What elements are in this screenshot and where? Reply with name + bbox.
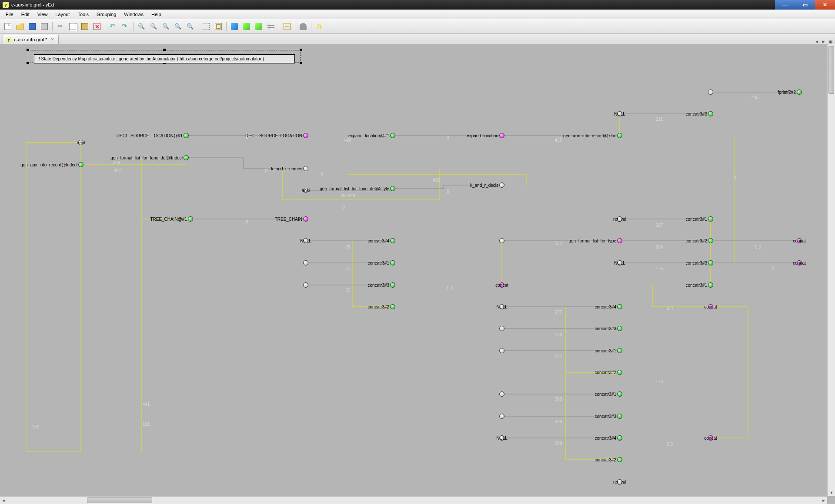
fit-content-button[interactable] [213, 21, 224, 32]
tab-prev[interactable]: ◄ [815, 39, 819, 44]
graph-node[interactable] [617, 435, 622, 441]
cut-button[interactable] [55, 21, 66, 32]
wizard-button[interactable] [314, 21, 324, 32]
graph-node[interactable] [499, 326, 504, 331]
graph-node[interactable] [390, 238, 395, 243]
db-button[interactable] [298, 21, 308, 32]
selection-handle[interactable] [300, 62, 302, 64]
graph-node[interactable] [617, 370, 622, 375]
graph-node[interactable] [390, 186, 395, 191]
graph-node[interactable] [499, 182, 504, 188]
graph-node[interactable] [184, 155, 189, 160]
print-button[interactable] [39, 21, 50, 32]
vscroll-thumb[interactable] [828, 46, 834, 94]
graph-node[interactable] [708, 90, 713, 95]
graph-node[interactable] [708, 111, 713, 116]
menu-layout[interactable]: Layout [51, 10, 73, 18]
graph-node[interactable] [188, 216, 193, 222]
graph-node[interactable] [303, 166, 308, 171]
window-close[interactable]: ✕ [815, 0, 835, 10]
menu-file[interactable]: File [2, 10, 17, 18]
ortho-button[interactable] [282, 21, 292, 32]
graph-node[interactable] [499, 414, 504, 419]
layout-1-icon [231, 23, 238, 30]
tab-close[interactable]: × [50, 37, 55, 42]
graph-node[interactable] [499, 348, 504, 353]
graph-node[interactable] [617, 414, 622, 419]
graph-node[interactable] [708, 260, 713, 265]
menu-view[interactable]: View [33, 10, 52, 18]
graph-node[interactable] [708, 238, 713, 243]
new-doc-button[interactable] [3, 21, 13, 32]
selection-handle[interactable] [163, 49, 166, 51]
graph-node[interactable] [617, 304, 622, 309]
menu-tools[interactable]: Tools [73, 10, 93, 18]
edge-label: 0 [447, 135, 449, 140]
selection-handle[interactable] [300, 49, 302, 51]
graph-node[interactable] [303, 282, 308, 288]
graph-node[interactable] [617, 457, 622, 462]
layout-2-button[interactable] [241, 21, 252, 32]
scroll-right-icon[interactable]: ► [820, 497, 827, 504]
graph-node[interactable] [708, 282, 713, 288]
node-label: concatr3#4 [595, 436, 616, 441]
vertical-scrollbar[interactable]: ▲ ▼ [827, 44, 835, 496]
menu-grouping[interactable]: Grouping [93, 10, 120, 18]
selection-handle[interactable] [27, 49, 29, 51]
selection-handle[interactable] [27, 62, 29, 64]
graph-node[interactable] [303, 260, 308, 265]
node-label: concatr3#1 [686, 217, 707, 222]
menu-windows[interactable]: Windows [120, 10, 147, 18]
graph-node[interactable] [617, 391, 622, 397]
graph-node[interactable] [617, 133, 622, 138]
graph-node[interactable] [499, 391, 504, 397]
grid-button[interactable] [266, 21, 276, 32]
scroll-down-icon[interactable]: ▼ [828, 489, 835, 496]
graph-node[interactable] [390, 133, 395, 138]
graph-node[interactable] [617, 348, 622, 353]
graph-node[interactable] [78, 162, 84, 167]
delete-button[interactable] [92, 21, 102, 32]
graph-node[interactable] [303, 216, 308, 222]
graph-node[interactable] [390, 304, 395, 309]
zoom-area-button[interactable] [185, 21, 195, 32]
banner-node[interactable]: ! State Dependency Map of c-aux-info.c ,… [34, 54, 295, 63]
graph-node[interactable] [390, 260, 395, 265]
menu-help[interactable]: Help [147, 10, 165, 18]
graph-node[interactable] [303, 133, 308, 138]
node-label: DECL_SOURCE_LOCATION@#1 [117, 133, 183, 138]
scroll-left-icon[interactable]: ◄ [0, 497, 7, 504]
undo-button[interactable] [108, 21, 118, 32]
graph-canvas[interactable]: ! State Dependency Map of c-aux-info.c ,… [0, 44, 835, 496]
document-tab[interactable]: y c-aux-info.gml * × [3, 35, 59, 44]
open-button[interactable] [15, 21, 25, 32]
graph-node[interactable] [184, 133, 189, 138]
zoom-in-button[interactable] [136, 21, 147, 32]
graph-node[interactable] [390, 282, 395, 288]
graph-node[interactable] [708, 216, 713, 222]
graph-node[interactable] [499, 133, 504, 138]
tab-next[interactable]: ► [822, 39, 826, 44]
node-label: gen_aux_info_record@xloc [563, 133, 616, 138]
save-button[interactable] [27, 21, 37, 32]
tab-list[interactable]: ▣ [828, 39, 832, 44]
hscroll-thumb[interactable] [87, 497, 152, 503]
copy-button[interactable] [67, 21, 78, 32]
menu-edit[interactable]: Edit [17, 10, 33, 18]
horizontal-scrollbar[interactable]: ◄ ► [0, 496, 827, 504]
layout-3-button[interactable] [254, 21, 264, 32]
edge-label: 0 [246, 219, 248, 224]
zoom-fit-button[interactable] [173, 21, 183, 32]
graph-node[interactable] [617, 238, 622, 243]
window-maximize[interactable]: ▭ [795, 0, 815, 10]
zoom-1-button[interactable] [160, 21, 171, 32]
graph-node[interactable] [499, 238, 504, 243]
redo-button[interactable] [120, 21, 130, 32]
window-minimize[interactable]: — [775, 0, 795, 10]
paste-button[interactable] [80, 21, 90, 32]
zoom-sel-button[interactable] [201, 21, 211, 32]
layout-1-button[interactable] [229, 21, 240, 32]
graph-node[interactable] [617, 326, 622, 331]
graph-node[interactable] [797, 90, 802, 95]
zoom-out-button[interactable] [148, 21, 159, 32]
